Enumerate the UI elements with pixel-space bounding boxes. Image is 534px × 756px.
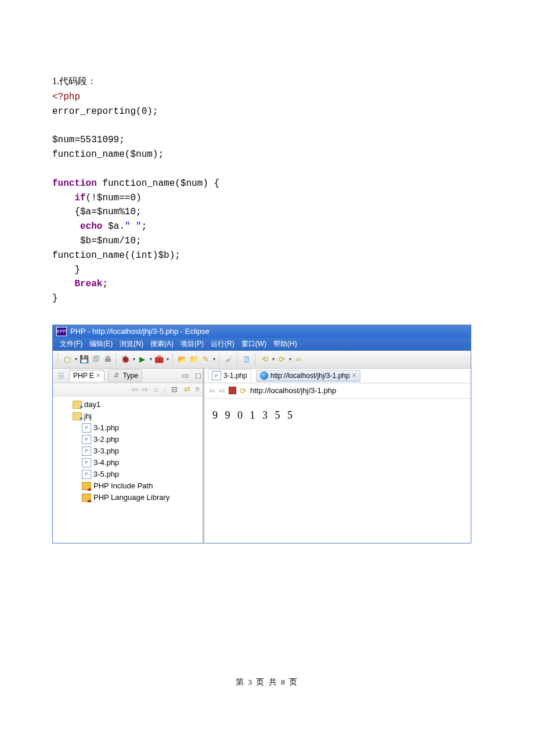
debug-icon[interactable]: 🐞 [121,355,130,364]
view-tabs: ⌸ PHP E ✕ ⇵ Type ▭ ◻ [53,369,203,383]
php-explorer-view: ⌸ PHP E ✕ ⇵ Type ▭ ◻ ⇦ ⇨ ⌂ [53,369,204,543]
toolbar-separator [57,354,59,365]
stop-icon[interactable] [229,387,236,394]
nav-forward-icon[interactable]: ⟳ [277,355,286,364]
tree-label: 3-5.php [93,470,119,478]
tree-file[interactable]: P 3-1.php [56,422,200,434]
php-file-icon: P [82,470,91,479]
tree-library[interactable]: PHP Include Path [56,480,200,492]
php-file-icon: P [82,458,91,467]
app-icon: EPP [56,327,67,336]
dropdown-icon[interactable]: ▾ [133,357,135,362]
dropdown-icon[interactable]: ▾ [75,357,77,362]
tree-library[interactable]: PHP Language Library [56,492,200,503]
code-keyword: if [52,193,86,203]
search-icon[interactable]: ✎ [201,355,210,364]
php-file-icon: P [82,447,91,456]
open-task-icon[interactable]: 📁 [189,355,199,364]
editor-tab-browser[interactable]: http://localhost/jhj/3-1.php ✕ [256,370,361,381]
toolbar-separator [255,354,257,365]
menu-run[interactable]: 运行(R) [207,339,238,349]
type-hierarchy-icon: ⇵ [112,371,121,380]
forward-icon[interactable]: ⇨ [219,386,225,395]
new-icon[interactable]: ▢ [63,355,72,364]
tree-file[interactable]: P 3-5.php [56,469,200,480]
refresh-icon[interactable]: ⟳ [240,386,247,395]
view-menu-icon[interactable]: ▽ [196,387,199,392]
collapse-all-icon[interactable]: ⊟ [169,385,179,394]
code-string: " " [125,221,142,232]
tree-folder-day1[interactable]: day1 [56,399,200,411]
editor-tab-file[interactable]: P 3-1.php [208,369,251,381]
minimize-icon[interactable]: ▭ [181,371,190,380]
code-snippet: <?php error_reporting(0); $num=5531099; … [52,90,482,306]
maximize-icon[interactable]: ◻ [193,371,203,380]
browser-toolbar: ⇦ ⇨ ⟳ http://localhost/jhj/3-1.php [204,383,471,399]
tab-type-hierarchy[interactable]: ⇵ Type [108,369,142,382]
menubar: 文件(F) 编辑(E) 浏览(N) 搜索(A) 项目(P) 运行(R) 窗口(W… [53,338,471,351]
paint-icon[interactable]: 🖌 [224,355,233,364]
menu-project[interactable]: 项目(P) [177,339,207,349]
menu-navigate[interactable]: 浏览(N) [116,339,147,349]
menu-help[interactable]: 帮助(H) [270,339,301,349]
open-type-icon[interactable]: 📂 [178,355,187,364]
close-icon[interactable]: ✕ [352,372,356,379]
toolbar-separator [237,354,239,365]
tree-file[interactable]: P 3-4.php [56,457,200,469]
nav-back-icon[interactable]: ⟲ [260,355,269,364]
print-icon[interactable]: 🖶 [103,355,112,364]
home-icon[interactable]: ⌂ [151,385,161,394]
folder-icon [73,412,82,420]
library-icon [82,482,91,490]
code-line: <?php [52,92,80,102]
tree-folder-jhj[interactable]: jhj [56,411,200,422]
toolbar-separator [219,354,221,365]
editor-tabs: P 3-1.php http://localhost/jhj/3-1.php ✕ [204,369,471,383]
tree-label: 3-1.php [93,423,119,432]
toolbar-separator [116,354,117,365]
code-keyword: Break [52,279,102,289]
link-icon[interactable]: ⇄ [182,385,192,394]
dropdown-icon[interactable]: ▾ [272,357,275,362]
tree-label: jhj [84,412,92,420]
tab-label: Type [123,372,138,380]
code-line: (!$num==0) [86,193,142,203]
code-line: $a. [102,221,124,232]
section-heading: 1.代码段： [52,75,482,88]
close-icon[interactable]: ✕ [96,372,100,379]
forward-icon[interactable]: ⇨ [142,385,148,394]
editor-area: P 3-1.php http://localhost/jhj/3-1.php ✕… [204,369,471,543]
help-icon[interactable]: ⍰ [242,355,251,364]
address-text[interactable]: http://localhost/jhj/3-1.php [250,386,336,395]
back-icon[interactable]: ⇦ [209,386,215,395]
nav-up-icon[interactable]: ⇦ [294,355,303,364]
toolbar-separator [172,354,174,365]
project-tree: day1 jhj P 3-1.php P 3-2.php [53,397,203,509]
php-file-icon: P [212,371,221,380]
run-icon[interactable]: ▶ [138,355,147,364]
code-line: error_reporting(0); [52,106,158,117]
folder-icon [73,401,82,409]
tree-file[interactable]: P 3-3.php [56,445,200,457]
tab-php-explorer[interactable]: PHP E ✕ [69,370,104,381]
dropdown-icon[interactable]: ▾ [150,357,152,362]
window-titlebar[interactable]: EPP PHP - http://localhost/jhj/3-5.php -… [53,325,471,338]
code-line: $num=5531099; [52,135,125,145]
dropdown-icon[interactable]: ▾ [167,357,169,362]
menu-window[interactable]: 窗口(W) [238,339,270,349]
dropdown-icon[interactable]: ▾ [213,357,215,362]
tree-label: 3-3.php [93,447,119,455]
dropdown-icon[interactable]: ▾ [289,357,291,362]
external-tools-icon[interactable]: 🧰 [154,355,164,364]
code-line: function_name($num); [52,149,164,160]
save-all-icon[interactable]: 🗐 [91,355,100,364]
code-keyword: function [52,178,97,189]
tree-label: day1 [84,400,100,409]
tree-file[interactable]: P 3-2.php [56,434,200,445]
save-icon[interactable]: 💾 [80,355,89,364]
code-keyword: echo [52,221,102,232]
menu-file[interactable]: 文件(F) [56,339,86,349]
menu-search[interactable]: 搜索(A) [147,339,177,349]
menu-edit[interactable]: 编辑(E) [86,339,116,349]
back-icon[interactable]: ⇦ [132,385,138,394]
